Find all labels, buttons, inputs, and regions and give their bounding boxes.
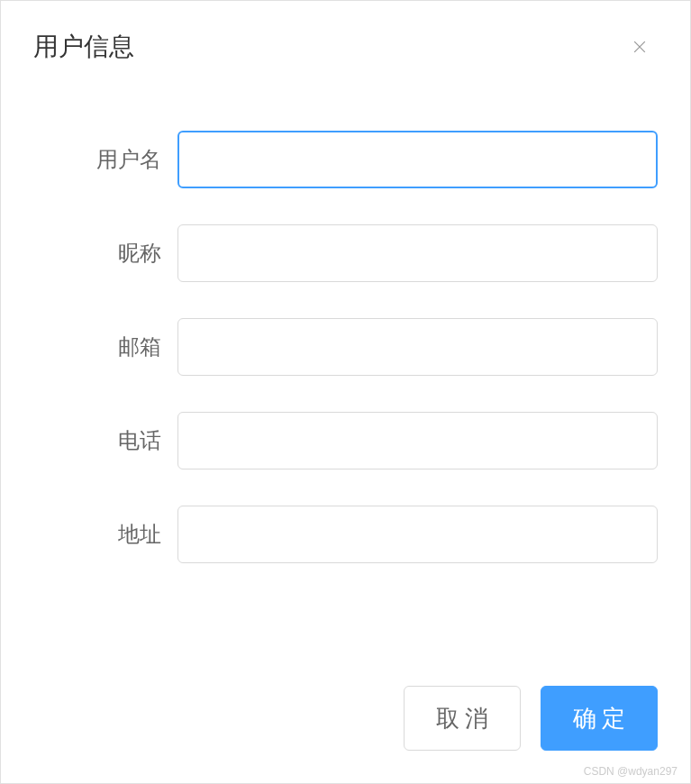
cancel-button[interactable]: 取消 — [404, 686, 521, 751]
email-label: 邮箱 — [33, 333, 177, 361]
confirm-button[interactable]: 确定 — [541, 686, 658, 751]
form-row-phone: 电话 — [33, 412, 658, 469]
close-icon — [631, 38, 649, 56]
close-button[interactable] — [629, 36, 650, 58]
phone-input[interactable] — [177, 412, 658, 469]
email-input[interactable] — [177, 318, 658, 376]
address-label: 地址 — [33, 520, 177, 549]
phone-label: 电话 — [33, 426, 177, 455]
form-row-address: 地址 — [33, 506, 658, 563]
dialog-title: 用户信息 — [33, 30, 134, 64]
nickname-label: 昵称 — [33, 239, 177, 268]
form-row-nickname: 昵称 — [33, 224, 658, 282]
nickname-input[interactable] — [177, 224, 658, 282]
username-label: 用户名 — [33, 145, 177, 174]
form-row-email: 邮箱 — [33, 318, 658, 376]
dialog-body: 用户名 昵称 邮箱 电话 地址 — [1, 86, 690, 686]
address-input[interactable] — [177, 506, 658, 563]
watermark: CSDN @wdyan297 — [584, 765, 677, 778]
username-input[interactable] — [177, 131, 658, 188]
form-row-username: 用户名 — [33, 131, 658, 188]
dialog-header: 用户信息 — [1, 1, 690, 86]
user-info-dialog: 用户信息 用户名 昵称 邮箱 电话 地址 取消 确定 — [0, 0, 691, 784]
